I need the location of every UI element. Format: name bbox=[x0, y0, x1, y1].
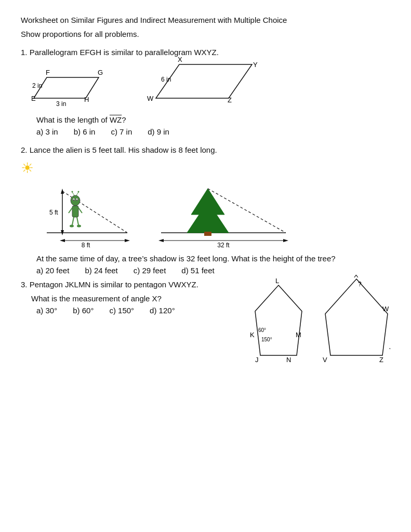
label-N: N bbox=[286, 356, 291, 363]
label-E: E bbox=[31, 95, 36, 102]
label-5ft: 5 ft bbox=[49, 209, 58, 216]
q3-label: 3. Pentagon JKLMN is similar to pentagon… bbox=[21, 280, 245, 289]
label-G: G bbox=[98, 69, 103, 76]
worksheet-subtitle: Show proportions for all problems. bbox=[21, 30, 390, 38]
q1-choice-c: c) 7 in bbox=[111, 127, 132, 136]
svg-marker-32 bbox=[158, 239, 164, 242]
pentagon-jklmn-svg: L K M J N 60° 150° bbox=[250, 275, 312, 363]
q1-choices: a) 3 in b) 6 in c) 7 in d) 9 in bbox=[36, 127, 390, 136]
q2-choices: a) 20 feet b) 24 feet c) 29 feet d) 51 f… bbox=[36, 266, 390, 275]
svg-rect-16 bbox=[72, 206, 78, 217]
svg-marker-33 bbox=[283, 239, 288, 242]
label-Y-right: Y bbox=[389, 347, 390, 354]
q2-label: 2. Lance the alien is 5 feet tall. His s… bbox=[21, 145, 390, 154]
angle-x-label: ? bbox=[358, 281, 362, 288]
worksheet-title: Worksheet on Similar Figures and Indirec… bbox=[21, 16, 390, 24]
svg-line-17 bbox=[69, 208, 72, 213]
label-X-right: X bbox=[354, 275, 359, 279]
wz-label: WZ bbox=[110, 115, 122, 124]
alien-diagram-svg: 5 ft 8 ft bbox=[31, 181, 135, 248]
svg-point-7 bbox=[71, 195, 80, 206]
svg-marker-35 bbox=[325, 279, 388, 355]
svg-line-19 bbox=[72, 217, 74, 225]
wz-question-text: What is the length of bbox=[36, 115, 110, 124]
pentagon-diagrams: L K M J N 60° 150° X W Y bbox=[250, 275, 390, 365]
svg-point-21 bbox=[70, 225, 74, 228]
q3-choices: a) 30° b) 60° c) 150° d) 120° bbox=[36, 306, 245, 315]
q3-angle-question: What is the measurement of angle X? bbox=[31, 294, 245, 303]
svg-marker-0 bbox=[34, 77, 99, 98]
q3-choice-a: a) 30° bbox=[36, 306, 57, 315]
wz-question: What is the length of WZ? bbox=[36, 115, 390, 124]
q3-choice-c: c) 150° bbox=[109, 306, 134, 315]
q2-choice-d: d) 51 feet bbox=[181, 266, 214, 275]
pentagon-jklmn: L K M J N 60° 150° bbox=[250, 275, 312, 365]
label-32ft: 32 ft bbox=[217, 242, 230, 248]
q1-choice-a: a) 3 in bbox=[36, 127, 58, 136]
tree-diagram-svg: 32 ft bbox=[156, 181, 291, 248]
svg-point-13 bbox=[72, 191, 73, 193]
q2-choice-a: a) 20 feet bbox=[36, 266, 69, 275]
svg-line-12 bbox=[72, 192, 74, 195]
sun-row: ☀ bbox=[21, 159, 390, 177]
parallelograms-row: F G E H 2 in 3 in X Y W Z 6 in bbox=[31, 62, 390, 110]
para-wxyz-svg: X Y W Z 6 in bbox=[145, 62, 260, 109]
label-J: J bbox=[255, 356, 259, 363]
alien-diagram: 5 ft 8 ft bbox=[31, 181, 135, 250]
label-X: X bbox=[178, 56, 182, 63]
label-3in: 3 in bbox=[56, 100, 66, 108]
label-2in: 2 in bbox=[32, 82, 42, 89]
svg-marker-25 bbox=[125, 239, 130, 242]
angle-60: 60° bbox=[258, 327, 266, 333]
q3-choice-b: b) 60° bbox=[73, 306, 94, 315]
svg-line-14 bbox=[76, 192, 78, 195]
svg-line-20 bbox=[77, 217, 78, 225]
label-Z-right: Z bbox=[379, 356, 383, 363]
svg-point-10 bbox=[73, 200, 74, 201]
tree-question: At the same time of day, a tree’s shadow… bbox=[36, 254, 390, 263]
label-6in: 6 in bbox=[161, 76, 171, 83]
parallelogram-wxyz: X Y W Z 6 in bbox=[145, 62, 260, 110]
svg-marker-34 bbox=[255, 285, 302, 355]
label-W-right: W bbox=[382, 305, 389, 313]
label-Z: Z bbox=[228, 96, 232, 104]
q3-text: 3. Pentagon JKLMN is similar to pentagon… bbox=[21, 280, 245, 320]
para-efgh-svg: F G E H 2 in 3 in bbox=[31, 64, 114, 106]
svg-marker-24 bbox=[60, 239, 65, 242]
pentagon-vwxyz-svg: X W Y V Z ? bbox=[323, 275, 390, 363]
svg-marker-28 bbox=[191, 189, 224, 215]
svg-rect-29 bbox=[204, 232, 211, 236]
label-8ft: 8 ft bbox=[82, 242, 90, 248]
svg-point-11 bbox=[76, 200, 77, 201]
svg-point-22 bbox=[77, 225, 81, 228]
label-K: K bbox=[250, 331, 255, 339]
svg-point-15 bbox=[78, 191, 79, 193]
svg-line-18 bbox=[78, 208, 82, 213]
label-H: H bbox=[84, 96, 89, 103]
label-Y: Y bbox=[253, 61, 258, 69]
q1-label: 1. Parallelogram EFGH is similar to para… bbox=[21, 48, 390, 57]
sun-icon: ☀ bbox=[21, 159, 34, 177]
label-V-right: V bbox=[323, 356, 327, 363]
label-F: F bbox=[46, 69, 50, 76]
q1-choice-b: b) 6 in bbox=[74, 127, 96, 136]
angle-150: 150° bbox=[261, 337, 272, 342]
q3-choice-d: d) 120° bbox=[150, 306, 175, 315]
label-M: M bbox=[296, 331, 301, 339]
q2-choice-c: c) 29 feet bbox=[134, 266, 166, 275]
shadow-diagrams: 5 ft 8 ft bbox=[31, 181, 390, 250]
q2-choice-b: b) 24 feet bbox=[85, 266, 117, 275]
tree-diagram: 32 ft bbox=[156, 181, 291, 250]
q1-choice-d: d) 9 in bbox=[148, 127, 169, 136]
pentagon-vwxyz: X W Y V Z ? bbox=[323, 275, 390, 365]
label-L: L bbox=[275, 277, 279, 285]
label-W: W bbox=[147, 95, 154, 102]
parallelogram-efgh: F G E H 2 in 3 in bbox=[31, 64, 114, 108]
